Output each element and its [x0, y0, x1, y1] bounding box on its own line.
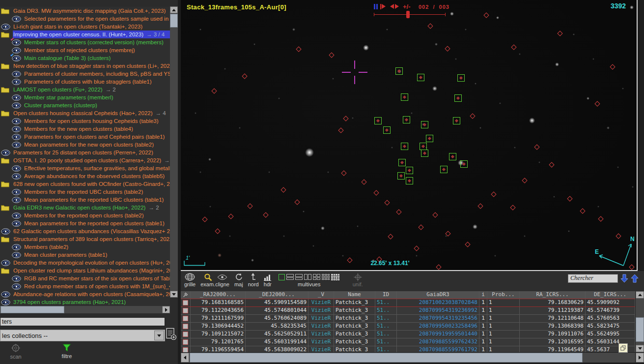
tree-item-catalog[interactable]: RGB and RC member stars of the six open …	[0, 274, 170, 282]
source-marker-red-diamond[interactable]	[432, 212, 438, 217]
tree-item-catalog[interactable]: 3794 open clusters parameters (Hao+, 202…	[0, 298, 170, 306]
tree-item-catalog[interactable]: Mean cluster parameters (table1)	[0, 251, 170, 259]
tree-item-catalog[interactable]: Decoding the morphological evolution of …	[0, 259, 170, 267]
grid-button[interactable]: grille	[184, 273, 196, 287]
tree-item-catalog[interactable]: Parameters for open clusters and Cepheid…	[0, 133, 170, 141]
source-marker-green-square[interactable]	[395, 67, 403, 75]
tree-item-folder[interactable]: Gaia DR3. MW asymmetric disc mapping (Ga…	[0, 7, 170, 15]
table-scroll-down-button[interactable]	[636, 345, 644, 352]
source-marker-green-square[interactable]	[406, 177, 413, 184]
source-marker-red-diamond[interactable]	[557, 30, 562, 36]
source-marker-red-diamond[interactable]	[610, 64, 615, 69]
source-marker-red-diamond[interactable]	[510, 205, 515, 210]
table-cell[interactable]: 208709885599762432	[397, 338, 479, 346]
tree-scroll-thumb[interactable]	[170, 14, 178, 28]
view-2rows-icon[interactable]	[286, 274, 294, 280]
source-marker-red-diamond[interactable]	[211, 88, 217, 93]
tree-item-catalog[interactable]: Parameters of clusters with blue straggl…	[0, 78, 170, 86]
row-select-checkbox[interactable]	[181, 315, 191, 322]
tree-item-folder[interactable]: LAMOST open clusters (Fu+, 2022)→ 2	[0, 86, 170, 93]
search-input[interactable]	[568, 274, 618, 283]
tree-item-folder[interactable]: 628 new open clusters found with OCfinde…	[0, 180, 170, 188]
tree-item-catalog[interactable]: Red clump member stars of open clusters …	[0, 282, 170, 290]
source-marker-red-diamond[interactable]	[549, 162, 554, 167]
column-header[interactable]: Name	[334, 291, 375, 299]
source-marker-red-diamond[interactable]	[534, 144, 539, 150]
source-marker-red-diamond[interactable]	[338, 127, 343, 133]
collections-dropdown-arrow[interactable]	[154, 331, 164, 340]
tree-item-catalog[interactable]: Members for the reported UBC clusters (t…	[0, 188, 170, 196]
frame-slider-thumb[interactable]	[406, 11, 410, 18]
table-cell[interactable]: 51..	[375, 315, 397, 322]
view-2rows-alt-icon[interactable]	[295, 274, 303, 280]
source-marker-red-diamond[interactable]	[522, 178, 527, 183]
source-marker-red-diamond[interactable]	[202, 216, 207, 222]
source-marker-red-diamond[interactable]	[388, 234, 393, 239]
source-marker-red-diamond[interactable]	[470, 113, 475, 119]
source-marker-green-square[interactable]	[426, 135, 433, 142]
table-cell[interactable]: VizieR	[308, 307, 334, 314]
tree-item-folder[interactable]: Open cluster red clump stars Lithium abu…	[0, 267, 170, 274]
row-select-checkbox[interactable]	[181, 331, 191, 338]
tree-item-catalog[interactable]: Members for open clusters housing Cephei…	[0, 117, 170, 125]
source-marker-red-diamond[interactable]	[465, 242, 470, 247]
frame-forward-button[interactable]	[395, 4, 399, 9]
table-cell[interactable]: 208709950023258496	[397, 323, 479, 330]
frame-slider[interactable]	[374, 14, 446, 15]
row-select-checkbox[interactable]	[181, 307, 191, 314]
source-marker-green-square[interactable]	[403, 116, 410, 123]
tree-vertical-scrollbar[interactable]	[170, 6, 178, 298]
table-cell[interactable]: 51..	[375, 299, 397, 306]
source-marker-green-square[interactable]	[374, 117, 382, 124]
source-marker-red-diamond[interactable]	[427, 23, 433, 29]
source-marker-green-square[interactable]	[383, 126, 391, 134]
view-4panel-icon[interactable]	[313, 274, 320, 280]
add-collection-icon[interactable]	[166, 328, 177, 341]
source-marker-red-diamond[interactable]	[580, 208, 585, 213]
table-cell[interactable]: 51..	[375, 323, 397, 330]
source-marker-red-diamond[interactable]	[343, 116, 348, 121]
table-row[interactable]: 79.120176545.5603199144VizieRPatchick_35…	[181, 338, 635, 346]
tree-item-catalog[interactable]: Parameters for 25 distant open clusters …	[0, 149, 170, 156]
row-select-checkbox[interactable]	[181, 346, 191, 352]
source-marker-red-diamond[interactable]	[280, 187, 286, 192]
table-cell[interactable]: 51..	[375, 346, 397, 352]
sky-view[interactable]: Stack_13frames_105s_A-Aur[0] +/- 002 / 0…	[181, 0, 638, 271]
source-marker-red-diamond[interactable]	[329, 52, 334, 58]
search-down-button[interactable]	[620, 273, 628, 283]
filter-button[interactable]: filtre	[53, 344, 81, 359]
row-select-checkbox[interactable]	[181, 299, 191, 306]
table-cell[interactable]: VizieR	[308, 315, 334, 322]
table-cell[interactable]: VizieR	[308, 323, 334, 330]
source-marker-red-diamond[interactable]	[263, 212, 268, 217]
tree-item-catalog[interactable]: Parameters of cluster members, including…	[0, 70, 170, 78]
table-cell[interactable]: VizieR	[308, 338, 334, 346]
row-select-checkbox[interactable]	[181, 323, 191, 330]
hdr-button[interactable]: hdr	[264, 273, 272, 287]
source-marker-red-diamond[interactable]	[418, 224, 423, 230]
view-9panel-icon[interactable]	[322, 274, 330, 280]
frame-plusminus-label[interactable]: +/-	[403, 3, 411, 10]
table-hscroll-thumb[interactable]	[190, 353, 583, 363]
catalog-filter-input[interactable]	[0, 317, 165, 326]
tree-item-catalog[interactable]: Effective temperatures, surface gravitie…	[0, 164, 170, 172]
source-marker-red-diamond[interactable]	[296, 46, 301, 52]
tree-item-catalog[interactable]: Member star parameters (memberl)	[0, 93, 170, 101]
north-button[interactable]: nord	[248, 273, 259, 287]
table-cell[interactable]: VizieR	[308, 299, 334, 306]
source-marker-red-diamond[interactable]	[215, 228, 220, 234]
column-header[interactable]: _DEJ2000...	[246, 291, 308, 299]
column-header[interactable]: i	[479, 291, 487, 299]
source-marker-green-square[interactable]	[421, 121, 428, 128]
source-marker-red-diamond[interactable]	[491, 191, 496, 197]
table-cell[interactable]: 51..	[375, 338, 397, 346]
table-row[interactable]: 79.121116759945.5760624089VizieRPatchick…	[181, 315, 635, 323]
tree-item-catalog[interactable]: Selected parameters for the open cluster…	[0, 15, 170, 23]
table-cell[interactable]: 208709919959501440	[397, 331, 479, 338]
source-marker-green-square[interactable]	[401, 143, 408, 150]
tree-item-folder[interactable]: Improving the open cluster census. II. (…	[0, 30, 170, 38]
row-select-checkbox[interactable]	[181, 338, 191, 346]
tree-scroll-down-button[interactable]	[170, 291, 178, 298]
table-row[interactable]: 79.119655945445.5638009022VizieRPatchick…	[181, 346, 635, 352]
source-marker-red-diamond[interactable]	[228, 213, 233, 219]
